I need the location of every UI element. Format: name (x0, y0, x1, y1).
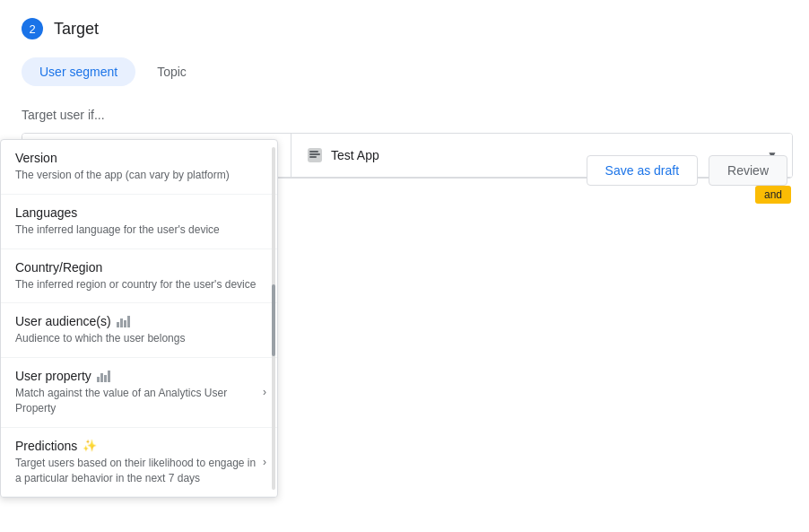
dropdown-item-languages-title: Languages (15, 205, 263, 220)
target-user-label: Target user if... (22, 108, 787, 122)
dropdown-item-user-audiences[interactable]: User audience(s) Audience to which the u… (1, 303, 277, 358)
svg-rect-1 (309, 153, 320, 155)
scrollbar-track (272, 147, 275, 490)
svg-rect-3 (309, 151, 318, 153)
dropdown-item-predictions-title: Predictions ✨ (15, 439, 263, 453)
dropdown-item-languages[interactable]: Languages The inferred language for the … (1, 195, 277, 249)
dropdown-item-property-desc: Match against the value of an Analytics … (15, 386, 263, 416)
tab-user-segment[interactable]: User segment (22, 57, 135, 86)
page-title: Target (54, 20, 99, 39)
bar-chart-icon-property (97, 370, 110, 382)
dropdown-item-audiences-title: User audience(s) (15, 314, 263, 328)
dropdown-item-version-title: Version (15, 151, 263, 165)
chevron-right-icon-predictions: › (263, 456, 266, 468)
and-badge: and (755, 186, 791, 204)
tabs-row: User segment Topic (22, 57, 787, 86)
dropdown-item-audiences-desc: Audience to which the user belongs (15, 331, 263, 346)
dropdown-item-predictions-desc: Target users based on their likelihood t… (15, 456, 263, 486)
scrollbar-thumb[interactable] (272, 284, 275, 356)
dropdown-item-property-title: User property (15, 369, 263, 383)
app-icon (306, 146, 324, 164)
dropdown-item-predictions[interactable]: Predictions ✨ Target users based on thei… (1, 428, 277, 498)
step-badge-2: 2 (22, 18, 43, 39)
chevron-right-icon-property: › (263, 386, 266, 398)
svg-rect-2 (309, 156, 317, 158)
dropdown-item-version[interactable]: Version The version of the app (can vary… (1, 140, 277, 195)
header-row: 2 Target (22, 18, 787, 39)
dropdown-panel: Version The version of the app (can vary… (0, 139, 278, 498)
dropdown-item-user-property[interactable]: User property Match against the value of… (1, 358, 277, 428)
save-as-draft-button[interactable]: Save as draft (587, 155, 699, 186)
dropdown-item-country-desc: The inferred region or country for the u… (15, 277, 263, 292)
dropdown-item-country-region[interactable]: Country/Region The inferred region or co… (1, 249, 277, 304)
dropdown-item-version-desc: The version of the app (can vary by plat… (15, 168, 263, 183)
bottom-buttons: Save as draft Review (587, 155, 787, 186)
review-button[interactable]: Review (709, 155, 787, 186)
dropdown-item-country-title: Country/Region (15, 260, 263, 275)
tab-topic[interactable]: Topic (139, 57, 204, 86)
dropdown-item-languages-desc: The inferred language for the user's dev… (15, 222, 263, 238)
bar-chart-icon-audiences (117, 315, 130, 327)
sparkle-icon-predictions: ✨ (83, 439, 97, 452)
